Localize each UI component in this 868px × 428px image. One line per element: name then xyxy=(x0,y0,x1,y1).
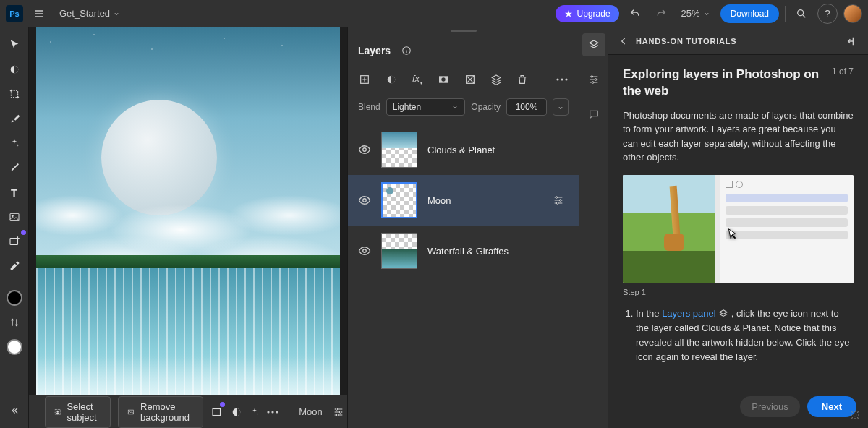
eyedropper-tool[interactable] xyxy=(3,254,26,278)
download-button[interactable]: Download xyxy=(720,4,779,23)
top-bar: Ps Get_Started Upgrade 25% Download ? xyxy=(0,0,868,27)
tutorial-instruction: In the Layers panel , click the eye icon… xyxy=(636,307,854,365)
previous-button: Previous xyxy=(740,396,800,417)
layer-row[interactable]: Clouds & Planet xyxy=(348,124,579,175)
canvas-area: Select subject Remove background Moon xyxy=(29,27,347,428)
gen-fill-icon[interactable] xyxy=(210,403,224,421)
layer-properties-icon[interactable] xyxy=(330,403,347,421)
new-layer-icon[interactable] xyxy=(358,72,371,87)
layer-thumbnail[interactable] xyxy=(381,233,417,269)
context-layer-label: Moon xyxy=(299,406,323,417)
sparkle-icon[interactable] xyxy=(250,403,260,421)
layer-thumbnail[interactable] xyxy=(381,182,417,218)
context-bar: Select subject Remove background Moon xyxy=(29,395,347,428)
svg-point-31 xyxy=(559,200,561,202)
background-color[interactable] xyxy=(3,335,26,359)
opacity-input[interactable]: 100% xyxy=(506,98,547,116)
help-button[interactable]: ? xyxy=(817,4,838,24)
svg-point-26 xyxy=(561,78,563,80)
adjustment-icon[interactable] xyxy=(231,403,242,421)
foreground-color[interactable] xyxy=(3,286,26,309)
svg-point-29 xyxy=(363,199,367,202)
select-subject-button[interactable]: Select subject xyxy=(45,396,111,428)
swap-colors[interactable] xyxy=(3,311,26,334)
blend-mode-select[interactable]: Lighten xyxy=(386,98,466,116)
svg-point-25 xyxy=(556,78,558,80)
svg-point-4 xyxy=(17,97,18,98)
type-tool[interactable]: T xyxy=(3,181,26,204)
brush-tool[interactable] xyxy=(3,107,26,130)
zoom-dropdown[interactable]: 25% xyxy=(677,5,715,22)
layer-thumbnail[interactable] xyxy=(381,132,417,168)
comments-rail-icon[interactable] xyxy=(582,103,605,126)
layers-stack-icon[interactable] xyxy=(490,72,503,87)
more-icon[interactable] xyxy=(267,403,278,421)
fx-icon[interactable]: fx▾ xyxy=(411,72,424,87)
app-logo[interactable]: Ps xyxy=(6,5,23,22)
settings-gear-icon[interactable] xyxy=(845,405,865,425)
user-avatar[interactable] xyxy=(843,4,862,23)
tutorial-panel: HANDS-ON TUTORIALS Exploring layers in P… xyxy=(608,27,868,428)
document-title: Get_Started xyxy=(59,8,110,19)
tutorial-figure xyxy=(623,175,854,283)
step-counter: 1 of 7 xyxy=(832,67,854,100)
upgrade-button[interactable]: Upgrade xyxy=(556,5,619,22)
tutorial-description: Photoshop documents are made of layers t… xyxy=(623,108,854,165)
tutorial-title: Exploring layers in Photoshop on the web xyxy=(623,67,823,100)
collapse-panel-icon[interactable] xyxy=(846,35,858,47)
layers-panel-link[interactable]: Layers panel xyxy=(662,308,715,319)
svg-point-33 xyxy=(363,249,367,253)
svg-point-15 xyxy=(276,411,278,413)
add-object-tool[interactable] xyxy=(3,230,26,253)
chevron-down-icon xyxy=(703,8,710,19)
move-tool[interactable] xyxy=(3,33,26,56)
tutorial-header-label: HANDS-ON TUTORIALS xyxy=(636,37,736,46)
svg-point-36 xyxy=(592,82,594,84)
more-options-icon[interactable] xyxy=(556,72,569,87)
trash-icon[interactable] xyxy=(516,72,529,87)
opacity-dropdown[interactable] xyxy=(553,98,569,116)
remove-background-button[interactable]: Remove background xyxy=(118,396,203,428)
tutorial-back-button[interactable] xyxy=(618,36,629,46)
document-title-dropdown[interactable]: Get_Started xyxy=(55,5,124,22)
blend-label: Blend xyxy=(358,102,380,112)
layer-options-icon[interactable] xyxy=(548,190,569,210)
svg-point-16 xyxy=(336,408,338,410)
figure-caption: Step 1 xyxy=(623,288,854,296)
svg-point-32 xyxy=(556,202,558,205)
svg-point-30 xyxy=(556,197,558,199)
svg-point-17 xyxy=(339,411,341,413)
properties-rail-icon[interactable] xyxy=(582,68,605,91)
svg-point-9 xyxy=(57,411,59,412)
paint-tool[interactable] xyxy=(3,156,26,179)
layer-name: Waterfall & Giraffes xyxy=(427,246,569,257)
cursor-icon xyxy=(724,227,740,243)
place-image-tool[interactable] xyxy=(3,205,26,228)
adjustment-tool[interactable] xyxy=(3,58,26,81)
expand-toolbar[interactable] xyxy=(3,399,26,422)
svg-point-27 xyxy=(565,78,567,80)
panel-drag-handle[interactable] xyxy=(348,27,579,33)
redo-button[interactable] xyxy=(651,4,671,24)
svg-point-34 xyxy=(591,76,593,78)
layer-name: Clouds & Planet xyxy=(427,145,569,155)
layers-rail-icon[interactable] xyxy=(582,33,605,56)
hamburger-icon[interactable] xyxy=(29,4,49,24)
undo-button[interactable] xyxy=(625,4,645,24)
layers-panel-title: Layers xyxy=(358,45,391,56)
info-icon[interactable] xyxy=(396,40,417,61)
svg-point-14 xyxy=(272,411,274,413)
visibility-toggle[interactable] xyxy=(358,143,371,156)
visibility-toggle[interactable] xyxy=(358,244,371,257)
layer-row[interactable]: Moon xyxy=(348,175,579,226)
visibility-toggle[interactable] xyxy=(358,194,371,207)
frame-icon[interactable] xyxy=(464,72,477,87)
document-canvas[interactable] xyxy=(36,27,340,395)
generative-tool[interactable] xyxy=(3,132,26,155)
search-icon[interactable] xyxy=(791,4,812,24)
crop-tool[interactable] xyxy=(3,82,26,106)
svg-point-37 xyxy=(854,414,856,416)
mask-icon[interactable] xyxy=(437,72,450,87)
layer-row[interactable]: Waterfall & Giraffes xyxy=(348,226,579,276)
adjustment-layer-icon[interactable] xyxy=(384,72,397,87)
